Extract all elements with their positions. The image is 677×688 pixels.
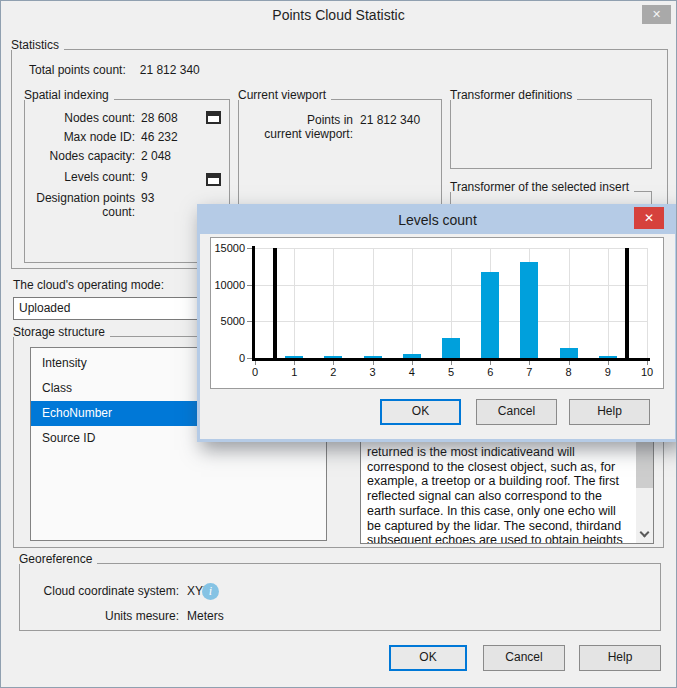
x-tick <box>451 361 452 365</box>
y-tick-label: 15000 <box>211 242 245 254</box>
x-tick <box>333 361 334 365</box>
gridline-x <box>412 248 413 358</box>
spatial-stat-label: Max node ID: <box>33 130 135 144</box>
units-row: Units mesure: Meters <box>29 609 660 623</box>
total-points-value: 21 812 340 <box>140 63 200 77</box>
x-tick-label: 4 <box>397 366 427 378</box>
window-titlebar: Points Cloud Statistic ✕ <box>1 1 676 29</box>
total-points-row: Total points count: 21 812 340 <box>29 63 200 77</box>
x-tick-label: 5 <box>436 366 466 378</box>
spatial-stat-label: Designation points count: <box>33 191 135 219</box>
y-tick <box>247 321 252 322</box>
spatial-stat-value: 9 <box>141 170 203 184</box>
points-cloud-statistic-window: Points Cloud Statistic ✕ Statistics Tota… <box>0 0 677 688</box>
open-histogram-window-icon[interactable] <box>206 111 221 124</box>
coordinate-system-label: Cloud coordinate system: <box>29 584 179 598</box>
x-tick-label: 1 <box>279 366 309 378</box>
x-tick-label: 3 <box>358 366 388 378</box>
spatial-stat-label: Nodes count: <box>33 111 135 125</box>
transformer-definitions-body <box>450 100 652 169</box>
group-rule <box>97 553 661 564</box>
y-tick-label: 0 <box>211 352 245 364</box>
range-marker-line <box>625 248 629 358</box>
gridline-x <box>294 248 295 358</box>
close-icon[interactable]: ✕ <box>634 207 664 229</box>
levels-histogram: 012345678910050001000015000 <box>210 237 664 389</box>
spatial-stat-label: Nodes capacity: <box>33 149 135 163</box>
bar-level-6 <box>481 272 499 358</box>
spatial-stat-value: 28 608 <box>141 111 203 125</box>
range-marker-line <box>273 248 277 358</box>
coordinate-system-value: XYZ <box>187 584 660 598</box>
coordinate-system-row: Cloud coordinate system: XYZ <box>29 584 660 598</box>
total-points-label: Total points count: <box>29 63 126 77</box>
georeference-body: Cloud coordinate system: XYZ Units mesur… <box>19 564 661 631</box>
y-tick-label: 5000 <box>211 315 245 327</box>
gridline-x <box>647 248 648 358</box>
spatial-stat-row: Nodes capacity:2 048 <box>33 149 203 163</box>
levels-dialog-titlebar: Levels count ✕ <box>200 207 675 234</box>
bar-level-8 <box>560 348 578 358</box>
gridline-x <box>333 248 334 358</box>
spatial-stat-row: Designation points count:93 <box>33 191 203 219</box>
help-button[interactable]: Help <box>579 645 661 671</box>
ok-button[interactable]: OK <box>389 645 467 671</box>
spatial-stat-row: Nodes count:28 608 <box>33 111 203 125</box>
x-tick-label: 8 <box>554 366 584 378</box>
cancel-button[interactable]: Cancel <box>483 645 565 671</box>
x-tick <box>647 361 648 365</box>
x-tick <box>373 361 374 365</box>
close-icon[interactable]: ✕ <box>642 5 671 24</box>
viewport-points-value: 21 812 340 <box>360 113 420 141</box>
viewport-points-row: Points in current viewport: 21 812 340 <box>239 100 441 141</box>
x-tick-label: 0 <box>240 366 270 378</box>
x-tick-label: 10 <box>632 366 662 378</box>
units-value: Meters <box>187 609 660 623</box>
x-tick-label: 9 <box>593 366 623 378</box>
viewport-points-label: Points in current viewport: <box>245 113 353 141</box>
spatial-stat-value: 2 048 <box>141 149 203 163</box>
x-tick <box>255 361 256 365</box>
spatial-stat-value: 46 232 <box>141 130 203 144</box>
y-tick-label: 10000 <box>211 279 245 291</box>
x-tick <box>294 361 295 365</box>
georeference-rows: Cloud coordinate system: XYZ Units mesur… <box>20 564 660 623</box>
levels-count-dialog: Levels count ✕ 0123456789100500010000150… <box>197 204 677 442</box>
echo-description-text: returned is the most indicativeand will … <box>367 445 629 544</box>
spatial-stat-row: Levels count:9 <box>33 170 203 184</box>
operating-mode-select[interactable]: Uploaded <box>13 297 198 320</box>
group-rule <box>114 89 230 100</box>
georeference-group: Georeference Cloud coordinate system: XY… <box>19 553 661 631</box>
spatial-stat-label: Levels count: <box>33 170 135 184</box>
bar-level-7 <box>520 262 538 358</box>
x-tick-label: 2 <box>318 366 348 378</box>
group-rule <box>577 89 652 100</box>
window-title: Points Cloud Statistic <box>272 1 404 29</box>
chevron-down-icon <box>640 528 650 538</box>
spatial-indexing-rows: Nodes count:28 608Max node ID:46 232Node… <box>25 100 229 219</box>
group-rule <box>634 181 652 192</box>
operating-mode-label: The cloud's operating mode: <box>13 278 164 292</box>
open-histogram-window-icon[interactable] <box>206 173 221 186</box>
x-tick-label: 7 <box>514 366 544 378</box>
bar-level-5 <box>442 338 460 358</box>
units-label: Units mesure: <box>29 609 179 623</box>
gridline-x <box>569 248 570 358</box>
group-rule <box>64 39 668 50</box>
gridline-x <box>608 248 609 358</box>
dialog-cancel-button[interactable]: Cancel <box>476 399 557 425</box>
x-tick-label: 6 <box>475 366 505 378</box>
dialog-help-button[interactable]: Help <box>569 399 650 425</box>
x-tick <box>490 361 491 365</box>
gridline-x <box>373 248 374 358</box>
info-icon[interactable]: i <box>202 583 219 600</box>
dialog-ok-button[interactable]: OK <box>380 399 461 425</box>
x-tick <box>569 361 570 365</box>
x-tick <box>608 361 609 365</box>
y-tick <box>247 358 252 359</box>
spatial-stat-value: 93 <box>141 191 203 219</box>
levels-dialog-title: Levels count <box>398 212 477 228</box>
y-tick <box>247 285 252 286</box>
scrollbar-down-button[interactable] <box>636 526 653 543</box>
x-tick <box>529 361 530 365</box>
